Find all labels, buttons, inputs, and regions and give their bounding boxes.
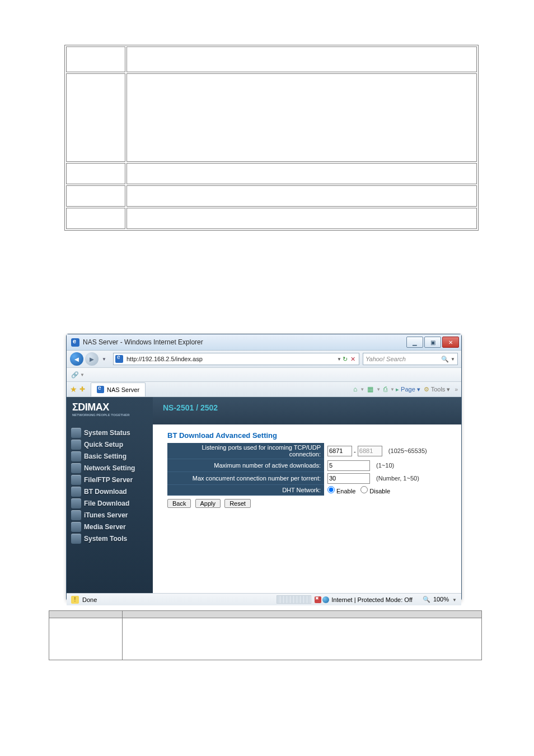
security-zone[interactable]: Internet | Protected Mode: Off — [315, 596, 413, 603]
search-icon[interactable]: 🔍 — [441, 356, 449, 363]
back-button[interactable]: ◄ — [70, 352, 83, 366]
titlebar: NAS Server - Windows Internet Explorer ▁… — [67, 334, 461, 351]
brand-logo: ΣDIMAX NETWORKING PEOPLE TOGETHER — [67, 402, 153, 417]
dht-disable[interactable]: Disable — [360, 488, 390, 494]
progress-segment — [277, 595, 311, 604]
menu-icon — [71, 522, 81, 532]
print-icon[interactable]: ⎙ — [383, 385, 387, 393]
menu-icon — [71, 510, 81, 520]
chevron-right-icon[interactable]: » — [455, 386, 458, 393]
close-button[interactable]: ✕ — [442, 337, 459, 348]
warning-icon[interactable]: ! — [71, 596, 79, 604]
zoom-drop-icon[interactable]: ▼ — [452, 598, 457, 603]
menu-icon — [71, 534, 81, 544]
max-dl-input[interactable] — [327, 460, 370, 471]
page-content: ΣDIMAX NETWORKING PEOPLE TOGETHER System… — [67, 397, 461, 593]
sidebar-item-bt-download[interactable]: BT Download — [67, 486, 153, 497]
menu-icon — [71, 428, 81, 438]
url-input[interactable] — [125, 355, 336, 363]
port-to-input[interactable] — [358, 446, 382, 456]
ie-icon — [71, 338, 79, 347]
sidebar-item-system-status[interactable]: System Status — [67, 427, 153, 438]
model-header: NS-2501 / 2502 — [153, 397, 461, 424]
search-drop-icon[interactable]: ▼ — [451, 357, 455, 362]
favorites-add-icon[interactable]: ✚ — [79, 385, 85, 393]
menu-icon — [71, 451, 81, 461]
max-dl-label: Maximum number of active downloads: — [167, 459, 324, 472]
page-menu[interactable]: ▸ Page ▾ — [396, 386, 420, 393]
lower-table — [49, 610, 482, 660]
addr-drop-icon[interactable]: ▼ — [337, 357, 341, 362]
status-text: Done — [82, 596, 97, 603]
apply-button[interactable]: Apply — [195, 499, 221, 508]
tab-bar: ★ ✚ NAS Server ⌂▼ ▦▼ ⎙▼ ▸ Page ▾ ⚙ Tools… — [67, 382, 461, 397]
max-conn-hint: (Number, 1~50) — [376, 475, 419, 482]
sidebar-item-network-setting[interactable]: Network Setting — [67, 462, 153, 474]
tab-label: NAS Server — [107, 386, 139, 393]
main-panel: NS-2501 / 2502 BT Download Advanced Sett… — [153, 397, 461, 593]
favorites-star-icon[interactable]: ★ — [70, 385, 77, 394]
sidebar-item-itunes[interactable]: iTunes Server — [67, 509, 153, 521]
link-bar: 🔗 ▼ — [67, 368, 461, 382]
links-drop-icon[interactable]: ▼ — [80, 372, 85, 377]
feed-icon[interactable]: ▦ — [367, 385, 373, 393]
maximize-button[interactable]: ▣ — [424, 337, 441, 348]
stop-icon[interactable]: ✕ — [350, 356, 357, 363]
sidebar-item-file-download[interactable]: File Download — [67, 497, 153, 509]
sidebar-item-quick-setup[interactable]: Quick Setup — [67, 438, 153, 450]
upper-table — [64, 45, 479, 231]
sidebar-item-system-tools[interactable]: System Tools — [67, 533, 153, 544]
reset-button[interactable]: Reset — [224, 499, 251, 508]
form-buttons: Back Apply Reset — [167, 499, 461, 508]
ie-window: NAS Server - Windows Internet Explorer ▁… — [66, 334, 462, 601]
zoom-control[interactable]: 🔍 100% ▼ — [423, 596, 457, 603]
ports-hint: (1025~65535) — [388, 447, 427, 454]
sidebar-item-file-ftp[interactable]: File/FTP Server — [67, 474, 153, 486]
max-conn-label: Max concurrent connection number per tor… — [167, 472, 324, 485]
ports-label: Listening ports used for incoming TCP/UD… — [167, 443, 324, 459]
globe-icon — [322, 596, 329, 603]
port-from-input[interactable] — [327, 446, 352, 456]
tab-favicon — [97, 386, 104, 393]
site-icon — [115, 355, 123, 363]
command-bar: ⌂▼ ▦▼ ⎙▼ ▸ Page ▾ ⚙ Tools ▾ » — [352, 385, 458, 393]
refresh-icon[interactable]: ↻ — [343, 356, 350, 363]
tools-menu[interactable]: ⚙ Tools ▾ — [424, 386, 451, 393]
minimize-button[interactable]: ▁ — [406, 337, 423, 348]
back-button[interactable]: Back — [167, 499, 191, 508]
menu-icon — [71, 498, 81, 508]
address-bar[interactable]: ▼ ↻ ✕ — [113, 353, 359, 365]
forward-button[interactable]: ► — [85, 352, 99, 366]
sidebar: ΣDIMAX NETWORKING PEOPLE TOGETHER System… — [67, 397, 153, 593]
home-icon[interactable]: ⌂ — [353, 385, 357, 393]
links-icon[interactable]: 🔗 — [71, 371, 79, 379]
tab-nas-server[interactable]: NAS Server — [91, 382, 146, 396]
status-bar: ! Done Internet | Protected Mode: Off 🔍 … — [67, 593, 461, 605]
nav-history-drop[interactable]: ▼ — [100, 352, 108, 366]
navbar: ◄ ► ▼ ▼ ↻ ✕ Yahoo! Search 🔍 ▼ — [67, 351, 461, 368]
menu-icon — [71, 487, 81, 497]
menu-icon — [71, 475, 81, 485]
zoom-icon: 🔍 — [423, 596, 430, 603]
search-box[interactable]: Yahoo! Search 🔍 ▼ — [363, 353, 458, 365]
menu-icon — [71, 463, 81, 473]
menu-icon — [71, 440, 81, 450]
settings-form: Listening ports used for incoming TCP/UD… — [167, 443, 429, 496]
sidebar-item-basic-setting[interactable]: Basic Setting — [67, 450, 153, 462]
search-placeholder: Yahoo! Search — [366, 356, 406, 362]
sidebar-menu: System Status Quick Setup Basic Setting … — [67, 427, 153, 544]
sidebar-item-media-server[interactable]: Media Server — [67, 521, 153, 533]
max-dl-hint: (1~10) — [376, 462, 394, 469]
max-conn-input[interactable] — [327, 473, 370, 484]
window-title: NAS Server - Windows Internet Explorer — [83, 338, 203, 346]
shield-icon — [315, 596, 321, 603]
page-title: BT Download Advanced Setting — [153, 424, 461, 443]
dht-label: DHT Network: — [167, 485, 324, 496]
dht-enable[interactable]: Enable — [327, 488, 355, 494]
